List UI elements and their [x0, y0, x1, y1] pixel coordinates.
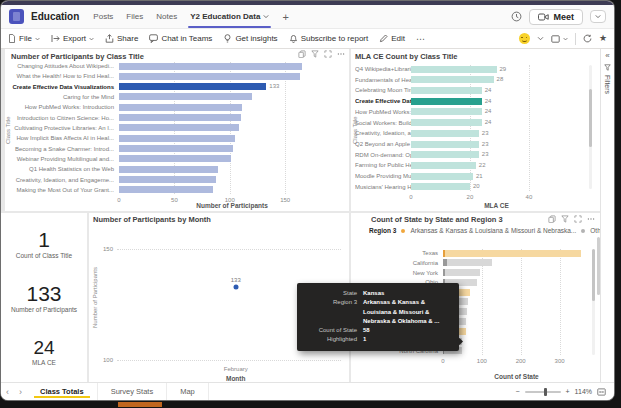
bar-highlight-segment[interactable]	[443, 250, 445, 257]
bar[interactable]	[411, 76, 494, 83]
tooltip-row: Region 3 Arkansas & Kansas & Louisiana &…	[305, 298, 451, 326]
data-point[interactable]	[233, 284, 238, 289]
legend-entry-region3[interactable]: Arkansas & Kansas & Louisiana & Missouri…	[410, 227, 576, 234]
bar-row: Creativity, Ideation, and Engageme...	[11, 176, 345, 184]
tab-y2-education-data[interactable]: Y2 Education Data	[187, 5, 272, 29]
bar-track	[119, 176, 345, 183]
data-point-label: 133	[231, 277, 241, 283]
bar[interactable]	[411, 162, 476, 169]
x-axis-tick-label: 200	[516, 358, 526, 364]
next-page-icon[interactable]: ›	[14, 387, 27, 397]
bar[interactable]	[119, 155, 231, 162]
bar[interactable]	[119, 135, 235, 142]
zoom-in-icon[interactable]: +	[566, 388, 570, 395]
page-tab-map[interactable]: Map	[167, 383, 209, 400]
scrollbar-thumb[interactable]	[592, 249, 595, 301]
filter-icon[interactable]	[311, 50, 319, 58]
visual-scrollbar[interactable]	[589, 65, 592, 189]
copy-icon[interactable]	[298, 50, 306, 58]
bar[interactable]	[411, 151, 479, 158]
meet-options-button[interactable]	[590, 10, 606, 23]
bar-track	[119, 124, 345, 131]
bar[interactable]	[443, 269, 480, 276]
bar-row: California	[355, 259, 586, 267]
visual-title: Count of State by State and Region 3	[371, 215, 503, 224]
filter-icon[interactable]	[604, 64, 611, 71]
edit-button[interactable]: Edit	[379, 34, 405, 43]
favorite-star-icon[interactable]: ★	[599, 34, 607, 43]
export-menu[interactable]: Export	[51, 34, 94, 43]
bar[interactable]	[411, 183, 470, 190]
bar[interactable]	[443, 250, 581, 257]
zoom-out-icon[interactable]: −	[515, 388, 519, 395]
share-button[interactable]: Share	[105, 34, 138, 43]
page-tab-class-totals[interactable]: Class Totals	[27, 383, 98, 400]
bar[interactable]	[411, 98, 482, 105]
bar[interactable]	[443, 259, 492, 266]
more-options-icon[interactable]	[587, 215, 595, 223]
bar[interactable]	[411, 173, 473, 180]
meet-button[interactable]: Meet	[529, 9, 583, 25]
bar[interactable]	[411, 87, 482, 94]
bar[interactable]	[119, 166, 218, 173]
focus-mode-icon[interactable]	[574, 215, 582, 223]
refresh-icon[interactable]	[583, 34, 592, 43]
smiley-emoji-icon[interactable]	[519, 33, 530, 44]
bar[interactable]	[119, 114, 241, 121]
tab-files[interactable]: Files	[123, 5, 146, 29]
bar-highlight-segment[interactable]	[443, 269, 445, 276]
bar-track	[443, 250, 586, 257]
bar[interactable]	[411, 66, 497, 73]
bar[interactable]	[411, 119, 482, 126]
bar[interactable]	[119, 145, 233, 152]
fit-to-page-icon[interactable]	[597, 388, 606, 396]
tab-posts[interactable]: Posts	[90, 5, 116, 29]
focus-mode-icon[interactable]	[324, 50, 332, 58]
bar-track	[119, 155, 345, 162]
bar[interactable]	[119, 176, 216, 183]
page-tab-survey-stats[interactable]: Survey Stats	[98, 383, 168, 400]
more-options-icon[interactable]	[337, 50, 345, 58]
zoom-slider-thumb[interactable]	[544, 388, 547, 396]
bar-value-label: 21	[476, 173, 483, 180]
add-tab-button[interactable]: +	[279, 11, 291, 23]
bar[interactable]	[411, 130, 479, 137]
bar-value-label: 23	[482, 151, 489, 158]
bar-row: Social Workers: Buildin...24	[355, 119, 582, 127]
bar-value-label: 133	[269, 83, 279, 90]
zoom-slider[interactable]	[525, 391, 561, 393]
subscribe-button[interactable]: Subscribe to report	[289, 34, 369, 43]
category-label: Fundamentals of Healt...	[355, 77, 411, 83]
clock-icon[interactable]	[511, 11, 522, 22]
bar-row: How Implicit Bias Affects AI in Heal...	[11, 134, 345, 142]
bar-row: Musicians' Hearing He...20	[355, 183, 582, 191]
team-name: Education	[31, 11, 79, 22]
card-label: Count of Class Title	[1, 252, 87, 259]
bar[interactable]	[411, 108, 482, 115]
bar[interactable]	[119, 63, 302, 70]
file-menu[interactable]: File	[8, 34, 40, 43]
bar-highlight-segment[interactable]	[443, 259, 447, 266]
expand-filters-icon[interactable]: «	[605, 52, 609, 60]
get-insights-button[interactable]: Get insights	[223, 34, 277, 43]
previous-page-icon[interactable]: ‹	[1, 387, 14, 397]
bar[interactable]	[119, 93, 252, 100]
bar[interactable]	[119, 83, 266, 90]
copy-icon[interactable]	[548, 215, 556, 223]
bar[interactable]	[119, 73, 300, 80]
chevron-down-icon[interactable]	[537, 36, 544, 41]
filter-icon[interactable]	[561, 215, 569, 223]
view-mode-dropdown[interactable]	[551, 35, 568, 43]
category-label: Create Effective Data Visualizations	[11, 84, 119, 90]
chat-in-teams-button[interactable]: Chat in Teams	[149, 34, 212, 43]
bar[interactable]	[119, 104, 242, 111]
tab-notes[interactable]: Notes	[153, 5, 180, 29]
visual-scrollbar[interactable]	[592, 249, 595, 355]
bar[interactable]	[119, 124, 239, 131]
scrollbar-thumb[interactable]	[589, 89, 592, 147]
filters-pane-title[interactable]: Filters	[604, 75, 611, 94]
camera-icon	[538, 13, 549, 21]
toolbar-more-button[interactable]: ⋯	[416, 34, 426, 44]
bar[interactable]	[411, 141, 479, 148]
bar[interactable]	[119, 186, 213, 193]
